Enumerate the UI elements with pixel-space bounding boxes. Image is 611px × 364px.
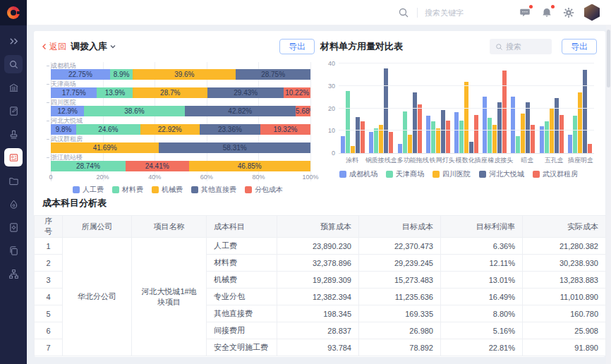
bar[interactable]: [346, 91, 350, 153]
sidebar-seal-icon[interactable]: [4, 125, 23, 143]
bar[interactable]: [531, 125, 535, 153]
bar[interactable]: [464, 82, 468, 153]
bar[interactable]: [426, 116, 430, 153]
user-avatar[interactable]: [584, 4, 600, 21]
bar[interactable]: [545, 121, 549, 153]
sidebar-flow-icon[interactable]: [4, 265, 23, 283]
bar-segment[interactable]: 28.75%: [236, 69, 310, 80]
bell-icon[interactable]: [540, 6, 553, 19]
bar[interactable]: [459, 121, 464, 153]
gear-icon[interactable]: [562, 6, 575, 19]
bar[interactable]: [369, 132, 373, 153]
bar[interactable]: [418, 104, 422, 153]
bar-segment[interactable]: 46.85%: [189, 161, 310, 171]
sidebar-doc-gear-icon[interactable]: [4, 218, 23, 236]
bar[interactable]: [413, 92, 417, 153]
bar[interactable]: [578, 92, 582, 153]
legend-item[interactable]: 成都机场: [339, 169, 377, 179]
export-button-right[interactable]: 导出: [562, 39, 597, 54]
bar[interactable]: [351, 146, 355, 153]
bar[interactable]: [483, 97, 487, 153]
bar[interactable]: [588, 144, 592, 153]
bar-segment[interactable]: 22.75%: [51, 69, 110, 80]
bar[interactable]: [511, 97, 515, 153]
bar[interactable]: [469, 142, 473, 153]
sidebar-droplet-icon[interactable]: [4, 195, 23, 213]
bar-segment[interactable]: 10.22%: [284, 87, 310, 98]
bar-segment[interactable]: 17.75%: [51, 87, 97, 98]
scrollbar-thumb[interactable]: [607, 30, 610, 87]
legend-item[interactable]: 分包成本: [245, 185, 283, 195]
bar[interactable]: [488, 118, 492, 153]
bar-segment[interactable]: 41.69%: [51, 142, 159, 153]
legend-item[interactable]: 人工费: [73, 185, 104, 195]
chart-search-input[interactable]: [506, 42, 545, 51]
bar-segment[interactable]: 24.41%: [126, 161, 189, 171]
bar[interactable]: [573, 116, 577, 153]
bar[interactable]: [521, 114, 525, 153]
bar-segment[interactable]: 39.6%: [133, 69, 236, 80]
legend-item[interactable]: 材料费: [112, 185, 143, 195]
legend-item[interactable]: 河北大悦城: [479, 169, 524, 179]
bar[interactable]: [356, 117, 360, 153]
bar-segment[interactable]: 5.68%: [296, 106, 310, 116]
bar-segment[interactable]: 38.6%: [84, 106, 184, 116]
bar[interactable]: [502, 71, 507, 153]
bar-segment[interactable]: 8.9%: [110, 69, 133, 80]
sidebar-search-icon[interactable]: [4, 55, 23, 73]
bar[interactable]: [431, 121, 435, 153]
sidebar-materials-icon-active[interactable]: [4, 148, 23, 166]
bar[interactable]: [497, 102, 502, 153]
bar[interactable]: [555, 98, 559, 153]
app-logo[interactable]: [0, 0, 27, 25]
bar[interactable]: [454, 112, 459, 153]
bar[interactable]: [583, 70, 587, 153]
bar[interactable]: [474, 115, 478, 153]
bar[interactable]: [361, 121, 365, 153]
search-input[interactable]: [425, 8, 490, 17]
bar-segment[interactable]: 28.74%: [51, 161, 126, 171]
bar-segment[interactable]: 19.32%: [260, 124, 310, 135]
bar-segment[interactable]: 13.9%: [97, 87, 133, 98]
bar[interactable]: [492, 125, 497, 153]
legend-item[interactable]: 机械费: [152, 185, 183, 195]
bar[interactable]: [403, 111, 407, 153]
bar[interactable]: [568, 135, 572, 153]
chart-search-box[interactable]: [490, 39, 552, 54]
chart-title-dropdown[interactable]: 调拨入库: [71, 40, 116, 53]
sidebar-contract-icon[interactable]: [4, 102, 23, 120]
back-button[interactable]: 返回: [41, 41, 66, 53]
bar[interactable]: [436, 128, 440, 153]
bar[interactable]: [516, 136, 520, 153]
bar[interactable]: [559, 115, 564, 153]
bar-segment[interactable]: 9.8%: [51, 124, 76, 135]
scrollbar-track[interactable]: [606, 25, 611, 364]
bar[interactable]: [398, 144, 402, 153]
legend-item[interactable]: 武汉群租房: [533, 169, 578, 179]
messages-icon[interactable]: [519, 6, 531, 19]
bar-segment[interactable]: 29.43%: [207, 87, 284, 98]
bar[interactable]: [408, 135, 412, 153]
bar[interactable]: [384, 68, 388, 153]
sidebar-folder-icon[interactable]: [4, 171, 23, 190]
bar[interactable]: [526, 102, 530, 153]
bar-segment[interactable]: 22.92%: [140, 124, 200, 135]
bar-segment[interactable]: 23.36%: [200, 124, 260, 135]
bar-segment[interactable]: 58.31%: [159, 142, 310, 153]
bar-segment[interactable]: 24.6%: [76, 124, 140, 135]
legend-item[interactable]: 天津商场: [386, 169, 424, 179]
legend-item[interactable]: 其他直接费: [191, 185, 236, 195]
bar[interactable]: [341, 136, 345, 153]
bar[interactable]: [446, 121, 450, 153]
bar[interactable]: [379, 125, 383, 153]
bar[interactable]: [389, 132, 393, 153]
bar[interactable]: [374, 128, 378, 153]
sidebar-copy-icon[interactable]: [4, 241, 23, 260]
export-button-left[interactable]: 导出: [279, 39, 315, 54]
bar-segment[interactable]: 42.82%: [185, 106, 296, 116]
search-icon[interactable]: [397, 6, 410, 19]
bar-segment[interactable]: 12.9%: [51, 106, 84, 116]
legend-item[interactable]: 四川医院: [432, 169, 471, 179]
sidebar-bank-icon[interactable]: [4, 78, 23, 97]
bar-segment[interactable]: 28.7%: [133, 87, 207, 98]
